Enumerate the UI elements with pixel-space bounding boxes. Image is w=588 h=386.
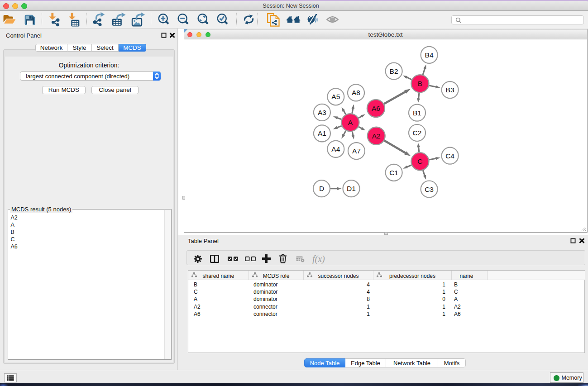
svg-text:A: A xyxy=(348,119,353,126)
svg-text:A8: A8 xyxy=(352,89,360,96)
svg-text:A4: A4 xyxy=(331,145,340,153)
svg-text:A7: A7 xyxy=(352,147,360,155)
svg-text:C: C xyxy=(417,157,422,165)
svg-text:A1: A1 xyxy=(317,129,326,137)
svg-text:B4: B4 xyxy=(425,51,433,59)
svg-text:B3: B3 xyxy=(445,86,454,94)
svg-text:A6: A6 xyxy=(371,105,380,112)
svg-text:C2: C2 xyxy=(412,129,421,137)
svg-text:C1: C1 xyxy=(389,169,398,176)
svg-text:A5: A5 xyxy=(331,93,340,100)
svg-text:D: D xyxy=(319,185,324,192)
svg-text:A3: A3 xyxy=(317,109,326,116)
svg-text:B: B xyxy=(417,80,422,87)
svg-text:B2: B2 xyxy=(389,67,398,75)
svg-text:D1: D1 xyxy=(347,185,356,192)
svg-text:C4: C4 xyxy=(445,152,454,160)
svg-text:C3: C3 xyxy=(425,186,434,193)
svg-text:B1: B1 xyxy=(413,109,421,117)
svg-text:A2: A2 xyxy=(372,132,380,140)
